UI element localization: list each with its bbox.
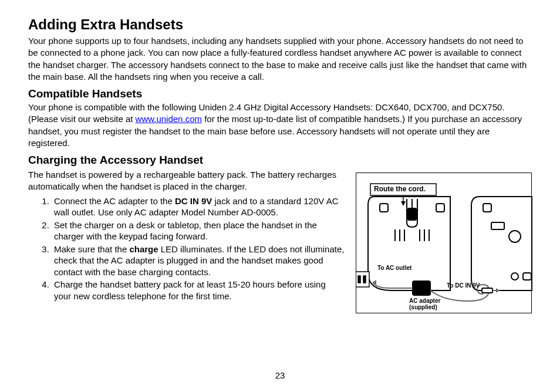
charger-diagram: Route the cord. To AC outlet To DC IN 9V… <box>356 173 532 313</box>
svg-rect-20 <box>482 288 492 293</box>
svg-marker-22 <box>496 288 500 293</box>
label-to-dc-in-9v: To DC IN 9V <box>447 282 480 289</box>
svg-rect-13 <box>523 273 531 280</box>
step-3-a: Make sure that the <box>54 244 129 254</box>
label-ac-adapter-line1: AC adapter <box>409 298 440 304</box>
svg-rect-16 <box>358 276 360 283</box>
label-to-ac-outlet: To AC outlet <box>377 265 411 271</box>
svg-rect-0 <box>380 204 388 212</box>
svg-rect-18 <box>413 281 430 295</box>
step-3: Make sure that the charge LED illuminate… <box>52 244 345 278</box>
compatible-paragraph: Your phone is compatible with the follow… <box>28 102 532 149</box>
svg-rect-10 <box>483 204 491 212</box>
step-1-bold: DC IN 9V <box>175 196 212 206</box>
step-1: Connect the AC adapter to the DC IN 9V j… <box>52 195 345 218</box>
svg-point-12 <box>511 273 518 280</box>
label-ac-adapter-line2: (supplied) <box>409 304 437 310</box>
label-ac-adapter: AC adapter (supplied) <box>409 298 440 310</box>
svg-marker-25 <box>401 201 406 206</box>
step-3-bold: charge <box>129 244 158 254</box>
charging-steps-list: Connect the AC adapter to the DC IN 9V j… <box>52 195 345 302</box>
svg-rect-14 <box>491 222 504 229</box>
svg-rect-17 <box>363 276 366 283</box>
label-route-cord: Route the cord. <box>374 185 426 193</box>
step-1-a: Connect the AC adapter to the <box>54 196 175 206</box>
svg-rect-1 <box>436 204 444 212</box>
svg-rect-8 <box>408 208 416 220</box>
heading-charging-accessory: Charging the Accessory Handset <box>28 154 532 167</box>
charging-intro: The handset is powered by a rechargeable… <box>28 169 345 193</box>
step-2: Set the charger on a desk or tabletop, t… <box>52 219 345 242</box>
uniden-link[interactable]: www.uniden.com <box>136 114 202 124</box>
page-number: 23 <box>0 370 560 380</box>
step-4: Charge the handset battery pack for at l… <box>52 279 345 302</box>
svg-point-11 <box>509 231 521 242</box>
intro-paragraph: Your phone supports up to four handsets,… <box>28 35 532 83</box>
heading-adding-extra-handsets: Adding Extra Handsets <box>28 16 532 33</box>
heading-compatible-handsets: Compatible Handsets <box>28 87 532 100</box>
